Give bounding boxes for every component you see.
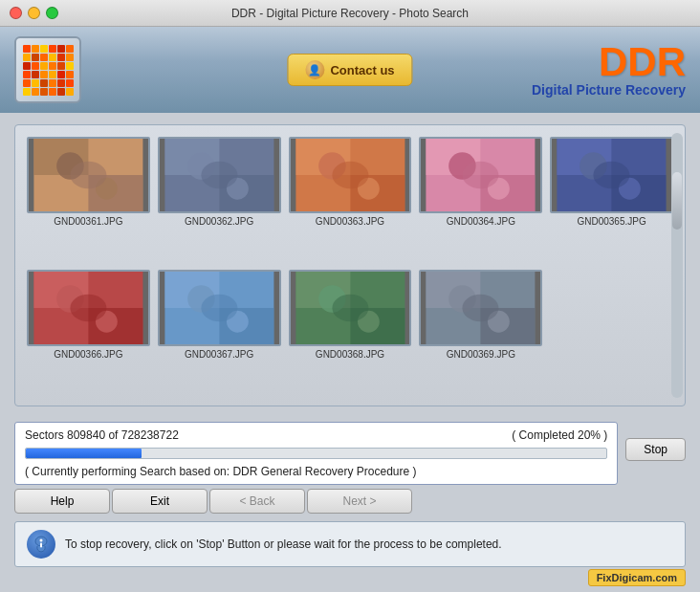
watermark-label: FixDigicam.com [588, 569, 686, 586]
photo-label: GND00361.JPG [54, 216, 122, 227]
app-logo [14, 36, 81, 103]
photo-thumbnail [419, 270, 542, 346]
svg-point-23 [463, 162, 499, 189]
svg-point-29 [594, 162, 630, 189]
contact-label: Contact us [330, 63, 394, 77]
maximize-button[interactable] [46, 7, 58, 19]
contact-icon: 👤 [305, 60, 324, 79]
photo-label: GND00367.JPG [185, 349, 253, 360]
photo-thumbnail [158, 270, 281, 346]
info-message: To stop recovery, click on 'Stop' Button… [65, 537, 502, 551]
brand-subtitle: Digital Picture Recovery [532, 82, 686, 98]
title-bar: DDR - Digital Picture Recovery - Photo S… [0, 0, 700, 27]
header: 👤 Contact us DDR Digital Picture Recover… [0, 27, 700, 113]
photo-item: GND00369.JPG [419, 270, 542, 395]
svg-point-41 [201, 294, 237, 321]
photo-grid: GND00361.JPG GND00362.JPG GND00363.JPG G… [27, 137, 673, 394]
photo-item: GND00365.JPG [550, 137, 673, 262]
progress-row: Sectors 809840 of 728238722 ( Completed … [14, 414, 686, 485]
svg-point-5 [70, 162, 106, 189]
photo-item: GND00361.JPG [27, 137, 150, 262]
svg-point-17 [332, 162, 368, 189]
photo-thumbnail [550, 137, 673, 213]
progress-bar-container [25, 448, 607, 459]
main-content: GND00361.JPG GND00362.JPG GND00363.JPG G… [0, 113, 700, 592]
svg-point-55 [40, 539, 43, 542]
minimize-button[interactable] [28, 7, 40, 19]
photo-item: GND00363.JPG [289, 137, 412, 262]
completed-text: ( Completed 20% ) [512, 428, 607, 442]
photo-thumbnail [289, 270, 412, 346]
window-controls[interactable] [10, 7, 58, 19]
scrollbar[interactable] [671, 133, 683, 398]
svg-point-35 [70, 294, 106, 321]
photo-thumbnail [27, 137, 150, 213]
close-button[interactable] [10, 7, 22, 19]
photo-thumbnail [419, 137, 542, 213]
sector-text: Sectors 809840 of 728238722 [25, 428, 179, 442]
info-icon [27, 530, 55, 559]
exit-button[interactable]: Exit [112, 489, 208, 514]
progress-bar-fill [26, 449, 142, 458]
photo-thumbnail [27, 270, 150, 346]
next-button[interactable]: Next > [307, 489, 412, 514]
info-bar: To stop recovery, click on 'Stop' Button… [14, 521, 686, 567]
photo-item: GND00364.JPG [419, 137, 542, 262]
photo-label: GND00362.JPG [185, 216, 253, 227]
brand: DDR Digital Picture Recovery [532, 42, 686, 98]
help-button[interactable]: Help [14, 489, 110, 514]
contact-button[interactable]: 👤 Contact us [287, 54, 412, 86]
svg-rect-56 [40, 543, 42, 548]
photo-label: GND00368.JPG [316, 349, 384, 360]
logo-grid [23, 45, 74, 96]
photo-label: GND00366.JPG [54, 349, 122, 360]
stop-button[interactable]: Stop [625, 438, 686, 461]
scrollbar-thumb[interactable] [672, 172, 682, 230]
window-title: DDR - Digital Picture Recovery - Photo S… [231, 7, 469, 20]
search-status: ( Currently performing Search based on: … [25, 465, 607, 478]
photo-item: GND00362.JPG [158, 137, 281, 262]
progress-header: Sectors 809840 of 728238722 ( Completed … [25, 428, 607, 442]
photo-thumbnail [158, 137, 281, 213]
watermark-area: FixDigicam.com [14, 569, 686, 586]
photo-label: GND00363.JPG [316, 216, 384, 227]
photo-label: GND00364.JPG [447, 216, 515, 227]
photo-thumbnail [289, 137, 412, 213]
brand-name: DDR [532, 42, 686, 82]
svg-point-47 [332, 294, 368, 321]
svg-point-53 [463, 294, 499, 321]
photo-label: GND00365.JPG [577, 216, 645, 227]
photo-item: GND00368.JPG [289, 270, 412, 395]
photo-item: GND00366.JPG [27, 270, 150, 395]
photo-item: GND00367.JPG [158, 270, 281, 395]
nav-buttons: Help Exit < Back Next > [14, 489, 686, 514]
progress-section: Sectors 809840 of 728238722 ( Completed … [14, 422, 618, 485]
photo-label: GND00369.JPG [447, 349, 515, 360]
svg-point-11 [201, 162, 237, 189]
photo-panel: GND00361.JPG GND00362.JPG GND00363.JPG G… [14, 124, 686, 406]
back-button[interactable]: < Back [209, 489, 305, 514]
